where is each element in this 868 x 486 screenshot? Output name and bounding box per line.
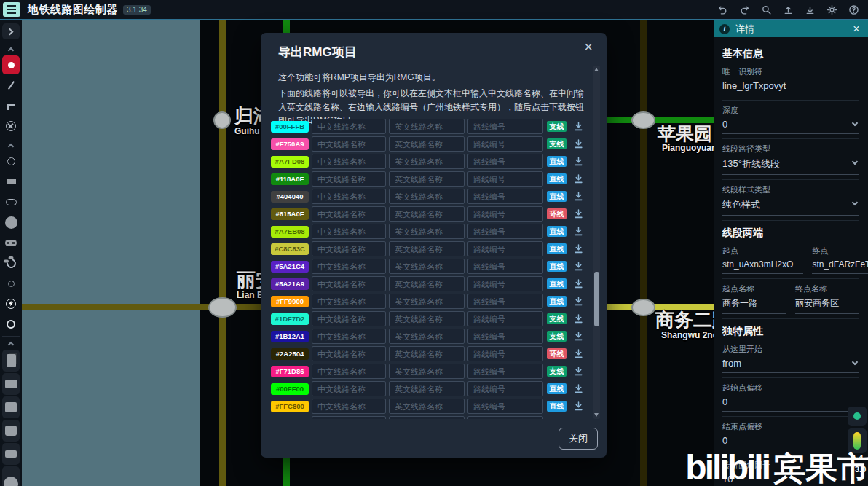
zh-line-name-input[interactable] bbox=[312, 154, 386, 169]
download-line-button[interactable] bbox=[573, 401, 583, 412]
corner-line-tool[interactable] bbox=[2, 96, 20, 115]
line-code-input[interactable] bbox=[467, 329, 543, 344]
zh-line-name-input[interactable] bbox=[312, 294, 386, 309]
text-field[interactable]: 商务一路 bbox=[722, 294, 786, 314]
collapse-group-shapes[interactable] bbox=[2, 141, 20, 150]
collapse-group-presets[interactable] bbox=[2, 339, 20, 348]
zh-line-name-input[interactable] bbox=[312, 364, 386, 379]
line-code-input[interactable] bbox=[467, 346, 543, 361]
en-line-name-input[interactable] bbox=[389, 381, 465, 396]
line-code-input[interactable] bbox=[467, 119, 543, 134]
help-icon[interactable] bbox=[848, 4, 859, 15]
en-line-name-input[interactable] bbox=[389, 329, 465, 344]
settings-icon[interactable] bbox=[826, 4, 837, 15]
loop-tool[interactable] bbox=[2, 254, 20, 273]
en-line-name-input[interactable] bbox=[389, 346, 465, 361]
zh-line-name-input[interactable] bbox=[312, 241, 386, 256]
line-code-input[interactable] bbox=[467, 206, 543, 222]
download-line-button[interactable] bbox=[573, 262, 583, 272]
scrollbar-thumb[interactable] bbox=[594, 272, 599, 326]
preset-5[interactable] bbox=[2, 443, 20, 465]
line-code-input[interactable] bbox=[467, 189, 543, 204]
redo-icon[interactable] bbox=[739, 4, 750, 15]
download-line-button[interactable] bbox=[573, 244, 583, 254]
preset-6[interactable] bbox=[2, 466, 20, 486]
select-field[interactable]: 纯色样式 bbox=[722, 195, 859, 216]
en-line-name-input[interactable] bbox=[389, 224, 465, 239]
stadium-tool[interactable] bbox=[2, 192, 20, 211]
en-line-name-input[interactable] bbox=[389, 171, 465, 187]
download-line-button[interactable] bbox=[573, 297, 583, 307]
metro-line-olive-vertical[interactable] bbox=[219, 20, 226, 486]
scroll-up-icon[interactable] bbox=[594, 68, 599, 71]
interchange-station-tool[interactable] bbox=[2, 233, 20, 252]
delete-tool[interactable] bbox=[2, 117, 20, 136]
text-field[interactable]: line_lgrTxpovyt bbox=[722, 77, 859, 95]
en-line-name-input[interactable] bbox=[389, 276, 465, 291]
expand-toolbar[interactable] bbox=[2, 23, 20, 39]
station-tool[interactable] bbox=[2, 55, 20, 74]
zh-line-name-input[interactable] bbox=[312, 136, 386, 152]
select-field[interactable]: 0 bbox=[722, 116, 859, 134]
station-guihu[interactable] bbox=[213, 111, 231, 129]
line-code-input[interactable] bbox=[467, 276, 543, 291]
rect-tool[interactable] bbox=[2, 172, 20, 191]
download-line-button[interactable] bbox=[573, 332, 583, 342]
en-line-name-input[interactable] bbox=[389, 259, 465, 274]
en-line-name-input[interactable] bbox=[389, 364, 465, 379]
zh-line-name-input[interactable] bbox=[312, 381, 386, 396]
zh-line-name-input[interactable] bbox=[312, 416, 386, 419]
en-line-name-input[interactable] bbox=[389, 294, 465, 309]
close-dialog-button[interactable]: 关闭 bbox=[559, 428, 598, 450]
preset-2[interactable] bbox=[2, 373, 20, 395]
line-code-input[interactable] bbox=[467, 311, 543, 326]
background-rect-node[interactable] bbox=[22, 20, 200, 486]
line-tool[interactable] bbox=[2, 76, 20, 95]
undo-icon[interactable] bbox=[717, 4, 728, 15]
status-dot-tile[interactable] bbox=[848, 407, 867, 426]
line-code-input[interactable] bbox=[467, 294, 543, 309]
download-line-button[interactable] bbox=[573, 209, 583, 219]
line-code-input[interactable] bbox=[467, 259, 543, 274]
download-line-button[interactable] bbox=[573, 139, 583, 149]
en-line-name-input[interactable] bbox=[389, 206, 465, 222]
collapse-group-stations[interactable] bbox=[2, 44, 20, 54]
line-code-input[interactable] bbox=[467, 241, 543, 256]
zh-line-name-input[interactable] bbox=[312, 259, 386, 274]
preset-1[interactable] bbox=[2, 350, 20, 372]
en-line-name-input[interactable] bbox=[389, 136, 465, 152]
download-line-button[interactable] bbox=[573, 157, 583, 167]
zh-line-name-input[interactable] bbox=[312, 171, 386, 187]
en-line-name-input[interactable] bbox=[389, 399, 465, 414]
line-code-input[interactable] bbox=[467, 399, 543, 414]
text-field[interactable]: 丽安商务区 bbox=[795, 294, 859, 314]
line-code-input[interactable] bbox=[467, 416, 543, 419]
small-circle-tool[interactable] bbox=[2, 274, 20, 293]
line-code-input[interactable] bbox=[467, 364, 543, 379]
station-pianguoyuan[interactable] bbox=[631, 111, 655, 129]
download-line-button[interactable] bbox=[573, 192, 583, 202]
station-lian-business[interactable] bbox=[208, 297, 237, 318]
line-code-input[interactable] bbox=[467, 171, 543, 187]
en-line-name-input[interactable] bbox=[389, 119, 465, 134]
close-icon[interactable] bbox=[580, 39, 596, 55]
zh-line-name-input[interactable] bbox=[312, 189, 386, 204]
download-icon[interactable] bbox=[805, 4, 816, 15]
big-circle-tool[interactable] bbox=[2, 213, 20, 232]
scroll-down-icon[interactable] bbox=[594, 413, 599, 417]
close-icon[interactable] bbox=[851, 23, 862, 36]
en-line-name-input[interactable] bbox=[389, 311, 465, 326]
zoom-search-icon[interactable] bbox=[761, 4, 772, 15]
en-line-name-input[interactable] bbox=[389, 241, 465, 256]
text-field[interactable]: stn_uAxn3mH2xO bbox=[722, 256, 803, 274]
circle-tool[interactable] bbox=[2, 152, 20, 171]
download-line-button[interactable] bbox=[573, 384, 583, 394]
zh-line-name-input[interactable] bbox=[312, 119, 386, 134]
line-code-input[interactable] bbox=[467, 224, 543, 239]
en-line-name-input[interactable] bbox=[389, 189, 465, 204]
download-line-button[interactable] bbox=[573, 279, 583, 289]
zh-line-name-input[interactable] bbox=[312, 206, 386, 222]
station-shangwu-2nd[interactable] bbox=[631, 299, 655, 316]
zh-line-name-input[interactable] bbox=[312, 224, 386, 239]
bold-circle-tool[interactable] bbox=[2, 315, 20, 334]
